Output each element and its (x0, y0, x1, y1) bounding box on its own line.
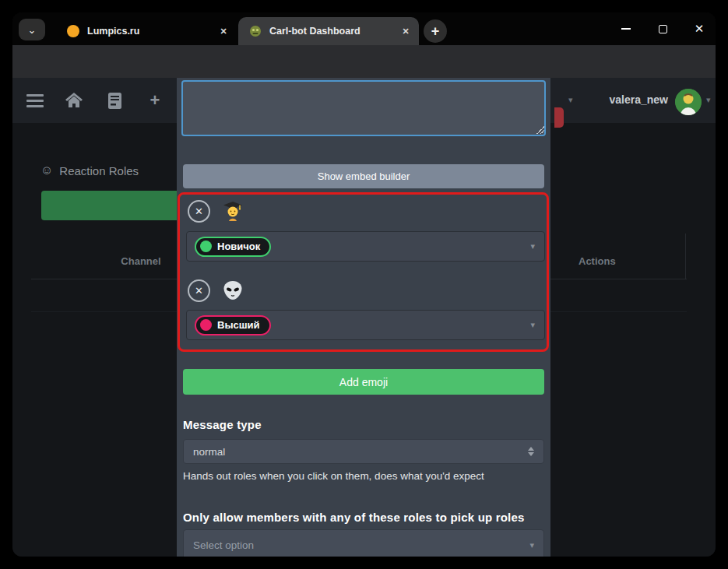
embed-button-label: Show embed builder (318, 170, 410, 182)
carlbot-favicon (249, 25, 262, 37)
allowed-roles-placeholder: Select option (193, 539, 254, 551)
chevron-down-icon: ⌄ (28, 24, 37, 36)
close-icon: ✕ (195, 205, 203, 217)
browser-window: ⌄ Lumpics.ru ✕ Carl-bot Dashboard ✕ + ✕ … (12, 12, 716, 557)
tab-close-icon[interactable]: ✕ (216, 24, 230, 38)
username-label[interactable]: valera_new (590, 93, 668, 106)
window-maximize-button[interactable] (645, 12, 680, 45)
message-type-label: Message type (183, 418, 262, 431)
message-type-select[interactable]: normal (183, 439, 544, 464)
tab-lumpics[interactable]: Lumpics.ru ✕ (56, 17, 237, 45)
docs-icon[interactable] (104, 90, 125, 111)
lumpics-favicon (67, 25, 79, 37)
message-type-help-text: Hands out roles when you click on them, … (183, 470, 484, 482)
column-header-channel: Channel (114, 255, 168, 267)
minimize-icon (621, 28, 631, 30)
page-title-text: Reaction Roles (59, 164, 139, 177)
role-name: Новичок (217, 241, 260, 252)
chevron-down-icon[interactable]: ▾ (706, 95, 711, 105)
maximize-icon (659, 25, 667, 33)
tab-search-button[interactable]: ⌄ (19, 19, 45, 40)
hamburger-bars (26, 94, 44, 97)
table-column-divider (685, 234, 686, 279)
window-close-button[interactable]: ✕ (682, 12, 716, 45)
browser-toolbar: ← → carl.gg/dashboard/790928162401288252… (12, 45, 716, 78)
window-minimize-button[interactable] (609, 12, 643, 45)
add-emoji-button[interactable]: Add emoji (183, 369, 544, 395)
student-emoji[interactable] (223, 201, 243, 221)
home-icon[interactable] (64, 90, 84, 111)
screenshot-canvas: ⌄ Lumpics.ru ✕ Carl-bot Dashboard ✕ + ✕ … (0, 0, 728, 569)
textarea-resize-handle[interactable] (536, 126, 544, 134)
show-embed-builder-button[interactable]: Show embed builder (183, 164, 544, 188)
allowed-roles-select[interactable]: Select option ▾ (183, 529, 544, 557)
smiley-icon: ☺ (40, 163, 53, 177)
plus-icon: + (431, 23, 440, 40)
role-pill[interactable]: Новичок (195, 237, 271, 257)
tab-title: Lumpics.ru (87, 26, 216, 37)
column-header-actions: Actions (579, 255, 628, 267)
role-select[interactable]: Новичок ▾ (186, 231, 545, 262)
page-title: ☺ Reaction Roles (40, 163, 139, 177)
close-icon: ✕ (695, 22, 705, 36)
tab-title: Carl-bot Dashboard (269, 26, 399, 37)
allowed-roles-label: Only allow members with any of these rol… (183, 511, 546, 524)
new-tab-button[interactable]: + (424, 19, 447, 43)
role-select[interactable]: Высший ▾ (186, 310, 545, 340)
tab-strip: ⌄ Lumpics.ru ✕ Carl-bot Dashboard ✕ + ✕ (12, 12, 716, 45)
chevron-down-icon: ▾ (529, 540, 534, 550)
add-server-icon[interactable]: + (145, 90, 165, 111)
remove-emoji-button[interactable]: ✕ (188, 200, 210, 223)
alien-emoji[interactable] (223, 280, 243, 300)
message-textarea[interactable] (181, 80, 546, 136)
notification-badge-fragment (554, 107, 564, 128)
red-highlight-box: ✕ Новичок ▾ ✕ (178, 192, 549, 352)
role-name: Высший (217, 319, 260, 331)
chevron-down-icon: ▾ (530, 320, 535, 330)
remove-emoji-button[interactable]: ✕ (188, 279, 210, 302)
stepper-icon (528, 447, 534, 456)
chevron-down-icon[interactable]: ▾ (568, 95, 573, 105)
role-pill[interactable]: Высший (195, 315, 271, 335)
plus-icon: + (150, 90, 160, 111)
chevron-down-icon: ▾ (530, 241, 535, 251)
close-icon: ✕ (195, 285, 203, 297)
add-emoji-label: Add emoji (339, 376, 388, 388)
role-color-dot (200, 241, 212, 252)
menu-icon[interactable] (25, 90, 45, 111)
user-avatar[interactable] (675, 89, 702, 115)
carlbot-page: + ▾ valera_new ▾ ☺ Reaction Roles + Crea… (12, 78, 716, 557)
message-type-value: normal (193, 446, 225, 458)
tab-close-icon[interactable]: ✕ (399, 24, 413, 38)
reaction-role-modal: Show embed builder ✕ Новичок ▾ ✕ (177, 78, 550, 557)
tab-carlbot-dashboard[interactable]: Carl-bot Dashboard ✕ (238, 17, 419, 45)
role-color-dot (200, 319, 212, 331)
